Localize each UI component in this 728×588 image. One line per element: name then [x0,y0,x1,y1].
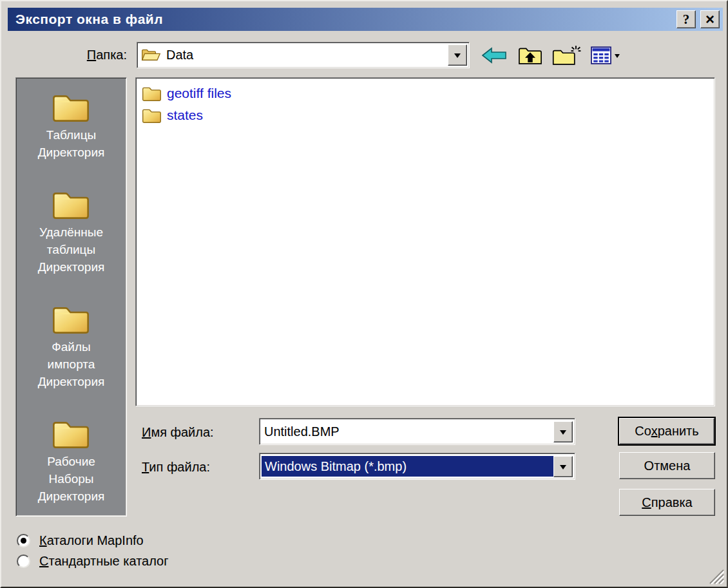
sidebar-item-import-files-directory[interactable]: Файлы импорта Директория [38,303,105,390]
titlebar-buttons: ? × [676,10,720,28]
chevron-down-icon [615,54,620,61]
view-menu-icon [589,46,613,65]
folder-dropdown-button[interactable] [448,44,467,66]
up-folder-icon [517,45,543,66]
back-button[interactable] [479,44,509,67]
folder-icon [52,303,90,335]
sidebar-item-remote-tables-directory[interactable]: Удалённые таблицы Директория [38,188,105,276]
file-name-label: Имя файла: [142,425,214,440]
folder-combobox[interactable]: Data [137,42,470,68]
file-type-combobox[interactable]: Windows Bitmap (*.bmp) [259,453,575,480]
file-type-dropdown-button[interactable] [553,456,573,477]
radio-button-icon[interactable] [17,555,30,568]
file-list-item[interactable]: states [142,104,709,126]
context-help-button[interactable]: ? [676,10,696,28]
chevron-down-icon [560,430,566,438]
save-button[interactable]: Сохранить [618,417,716,446]
file-list-item[interactable]: geotiff files [142,82,709,104]
dialog-title: Экспорт окна в файл [15,12,163,27]
cancel-button[interactable]: Отмена [619,452,715,479]
folder-icon [52,188,90,220]
folder-icon [52,417,90,450]
up-one-level-button[interactable] [517,44,543,67]
close-button[interactable]: × [700,10,720,28]
back-arrow-icon [479,46,509,64]
open-folder-icon [141,47,161,63]
sidebar-item-label: Файлы импорта Директория [38,338,105,390]
folder-combobox-value: Data [166,48,448,62]
sidebar-item-label: Таблицы Директория [38,126,105,161]
export-window-dialog: Экспорт окна в файл ? × Папка: Data [0,0,728,588]
titlebar[interactable]: Экспорт окна в файл ? × [8,8,723,31]
folder-icon [52,91,90,123]
chevron-down-icon [454,53,461,61]
sidebar-item-workspaces-directory[interactable]: Рабочие Наборы Директория [38,417,105,505]
file-name-dropdown-button[interactable] [553,421,573,442]
file-name-input[interactable] [260,419,553,444]
new-folder-icon [551,45,581,66]
folder-icon [142,107,162,124]
help-button-label: Справка [642,495,692,510]
radio-label: Стандартные каталог [39,554,169,569]
sidebar-item-tables-directory[interactable]: Таблицы Директория [38,91,105,161]
folder-label: Папка: [27,48,127,62]
folder-icon [142,85,162,102]
radio-mapinfo-catalogs[interactable]: Каталоги MapInfo [17,533,144,548]
sidebar-item-label: Рабочие Наборы Директория [38,453,105,505]
cancel-button-label: Отмена [644,459,691,473]
file-name-combobox [259,418,575,445]
places-sidebar: Таблицы Директория Удалённые таблицы Дир… [15,77,127,517]
file-type-label: Тип файла: [142,460,210,475]
sidebar-item-label: Удалённые таблицы Директория [38,223,105,276]
file-list[interactable]: geotiff files states [135,77,715,406]
radio-standard-catalogs[interactable]: Стандартные каталог [17,554,169,569]
radio-button-icon[interactable] [17,534,30,547]
close-icon: × [705,13,714,26]
view-menu-button[interactable] [589,44,620,67]
create-new-folder-button[interactable] [551,44,581,67]
file-type-selected-value: Windows Bitmap (*.bmp) [262,456,553,477]
save-button-label: Сохранить [635,424,698,439]
help-button[interactable]: Справка [619,489,715,516]
chevron-down-icon [560,465,566,473]
toolbar [479,43,620,68]
radio-label: Каталоги MapInfo [39,533,144,548]
question-mark-icon: ? [683,12,690,28]
resize-grip[interactable] [706,566,724,584]
